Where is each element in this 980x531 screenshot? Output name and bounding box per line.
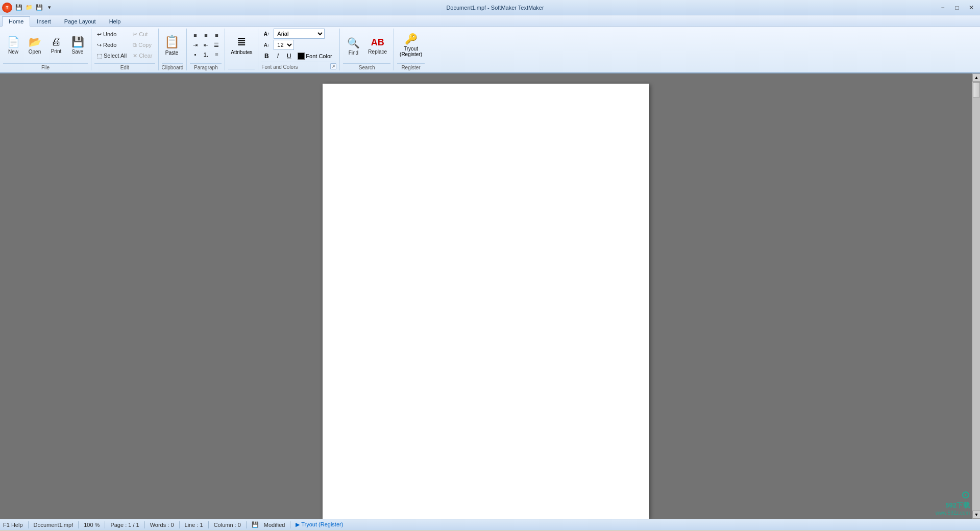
find-button[interactable]: 🔍 Find [343, 30, 363, 62]
status-words: Words : 0 [150, 522, 174, 528]
edit-group-content: ↩ Undo ↪ Redo ⬚ Select All ✂ Cut ⧉ [94, 29, 155, 63]
paragraph-group-content: ≡ ≡ ≡ ⇥ ⇤ ☰ • 1. ≡ [190, 29, 222, 63]
scroll-thumb[interactable] [973, 82, 980, 97]
open-button[interactable]: 📂 Open [24, 29, 45, 61]
status-bar: F1 Help Document1.mpf 100 % Page : 1 / 1… [0, 519, 980, 530]
list-number-button[interactable]: 1. [201, 50, 211, 59]
edit-group-label: Edit [94, 63, 155, 70]
qa-save-button[interactable]: 💾 [35, 3, 44, 12]
qa-dropdown-button[interactable]: ▾ [45, 3, 54, 12]
status-help: F1 Help [3, 522, 23, 528]
title-bar-title: Document1.mpf - SoftMaker TextMaker [446, 5, 544, 11]
align-justify-button[interactable]: ☰ [211, 40, 222, 49]
ribbon-group-search: 🔍 Find AB Replace Search [340, 29, 394, 70]
scroll-up-button[interactable]: ▲ [972, 73, 980, 82]
new-button[interactable]: 📄 New [3, 29, 23, 61]
shrink-font-button[interactable]: A↓ [261, 40, 272, 50]
list-bullet-button[interactable]: • [190, 50, 200, 59]
status-modified: Modified [264, 522, 285, 528]
ribbon-group-clipboard: 📋 Paste Clipboard [159, 29, 187, 70]
grow-font-button[interactable]: A↑ [261, 29, 272, 39]
italic-button[interactable]: I [273, 51, 283, 61]
indent-button[interactable]: ⇥ [190, 40, 200, 49]
scroll-down-button[interactable]: ▼ [972, 511, 980, 519]
align-center-button[interactable]: ≡ [201, 31, 211, 40]
main-area: ▲ ▼ [0, 73, 980, 519]
app-icon[interactable]: T [2, 3, 12, 13]
font-colors-expand-button[interactable]: ↗ [330, 63, 336, 69]
font-colors-group-label: Font and Colors ↗ [261, 62, 336, 70]
redo-button[interactable]: ↪ Redo [94, 40, 129, 50]
status-page: Page : 1 / 1 [110, 522, 139, 528]
document-page[interactable] [323, 84, 649, 519]
align-left-button[interactable]: ≡ [190, 31, 200, 40]
qa-new-button[interactable]: 💾 [14, 3, 23, 12]
font-size-row: A↓ 12 8 10 14 16 18 24 36 48 72 [261, 40, 334, 50]
cut-icon: ✂ [133, 31, 137, 38]
open-label: Open [29, 49, 41, 55]
clear-button[interactable]: ✕ Clear [130, 50, 155, 61]
copy-label: Copy [138, 42, 152, 48]
status-sep-1 [28, 521, 29, 528]
print-button[interactable]: 🖨 Print [46, 29, 66, 61]
paste-icon: 📋 [164, 35, 180, 49]
ribbon-tabs: Home Insert Page Layout Help [0, 15, 980, 27]
replace-button[interactable]: AB Replace [364, 30, 390, 62]
vertical-scrollbar[interactable]: ▲ ▼ [972, 73, 980, 519]
replace-icon: AB [371, 37, 384, 48]
ribbon-group-file: 📄 New 📂 Open 🖨 Print 💾 Save File [0, 29, 91, 70]
edit-stack-left: ↩ Undo ↪ Redo ⬚ Select All [94, 29, 129, 61]
attributes-button[interactable]: ≣ Attributes [228, 29, 255, 61]
print-icon: 🖨 [51, 36, 61, 47]
font-name-row: A↑ Arial Times New Roman Courier New [261, 29, 334, 39]
font-colors-content: A↑ Arial Times New Roman Courier New A↓ … [261, 29, 336, 62]
status-sep-3 [105, 521, 105, 528]
paste-label: Paste [165, 50, 179, 56]
status-document: Document1.mpf [34, 522, 74, 528]
search-group-content: 🔍 Find AB Replace [343, 29, 390, 63]
font-color-button[interactable]: Font Color [295, 51, 334, 61]
qa-open-button[interactable]: 📁 [24, 3, 34, 12]
tab-help[interactable]: Help [103, 16, 128, 26]
new-label: New [8, 49, 18, 55]
watermark-url: www.592z.com [936, 510, 970, 516]
select-all-button[interactable]: ⬚ Select All [94, 50, 129, 61]
select-all-label: Select All [104, 53, 127, 59]
font-name-select[interactable]: Arial Times New Roman Courier New [274, 29, 325, 39]
paste-button[interactable]: 📋 Paste [162, 29, 182, 61]
align-right-button[interactable]: ≡ [211, 31, 222, 40]
ribbon-group-paragraph: ≡ ≡ ≡ ⇥ ⇤ ☰ • 1. ≡ Paragraph [187, 29, 225, 70]
tryout-register-button[interactable]: 🔑 Tryout (Register) [397, 29, 425, 61]
undo-label: Undo [103, 31, 116, 37]
undo-button[interactable]: ↩ Undo [94, 29, 129, 39]
font-size-select[interactable]: 12 8 10 14 16 18 24 36 48 72 [274, 40, 294, 50]
underline-button[interactable]: U [284, 51, 294, 61]
status-tryout[interactable]: ▶ Tryout (Register) [296, 521, 343, 528]
save-button[interactable]: 💾 Save [67, 29, 88, 61]
clipboard-group-label: Clipboard [162, 63, 184, 70]
tab-insert[interactable]: Insert [30, 16, 58, 26]
maximize-button[interactable]: □ [950, 3, 964, 12]
copy-button[interactable]: ⧉ Copy [130, 40, 155, 50]
scroll-track[interactable] [972, 98, 980, 511]
copy-icon: ⧉ [133, 42, 137, 48]
close-button[interactable]: ✕ [965, 3, 978, 12]
cut-button[interactable]: ✂ Cut [130, 29, 155, 39]
search-group-label: Search [343, 63, 390, 70]
outdent-button[interactable]: ⇤ [201, 40, 211, 49]
document-canvas[interactable] [0, 73, 972, 519]
ribbon-group-register: 🔑 Tryout (Register) Register [394, 29, 428, 70]
tab-page-layout[interactable]: Page Layout [58, 16, 103, 26]
bold-button[interactable]: B [261, 51, 272, 61]
list-extra-button[interactable]: ≡ [211, 50, 222, 59]
redo-icon: ↪ [97, 42, 102, 48]
ribbon-panel: 📄 New 📂 Open 🖨 Print 💾 Save File [0, 27, 980, 73]
clipboard-group-content: 📋 Paste [162, 29, 184, 63]
status-column: Column : 0 [214, 522, 241, 528]
clear-icon: ✕ [133, 53, 137, 59]
minimize-button[interactable]: − [936, 3, 949, 12]
select-all-icon: ⬚ [97, 53, 102, 59]
quick-access-toolbar: 💾 📁 💾 ▾ [14, 3, 54, 12]
tab-home[interactable]: Home [2, 16, 30, 27]
font-controls: A↑ Arial Times New Roman Courier New A↓ … [261, 29, 334, 61]
